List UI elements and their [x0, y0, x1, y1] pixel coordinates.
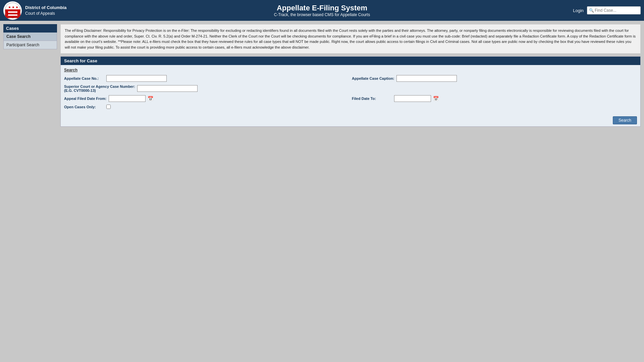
sidebar-item-participant-search[interactable]: Participant Search [3, 41, 57, 49]
form-col-filed-date-to: Filed Date To: 📅 [352, 95, 637, 102]
district-label: District of Columbia [25, 5, 67, 11]
form-row-2: Superior Court or Agency Case Number: (E… [64, 84, 637, 93]
app-subtitle: C-Track, the browser based CMS for Appel… [274, 12, 370, 17]
disclaimer-text: The eFiling Disclaimer: Responsibility f… [65, 28, 636, 49]
logo: ★ ★ ★ [3, 1, 22, 20]
login-link[interactable]: Login [573, 8, 584, 13]
appeal-filed-from-input[interactable] [109, 95, 146, 102]
header-title: Appellate E-Filing System C-Track, the b… [274, 4, 370, 17]
search-section-label: Search [64, 68, 637, 72]
appellate-case-caption-input[interactable] [396, 75, 457, 82]
appellate-case-no-input[interactable] [106, 75, 167, 82]
superior-court-label-group: Superior Court or Agency Case Number: (E… [64, 84, 135, 93]
form-col-appellate-no: Appellate Case No.: [64, 75, 349, 82]
search-case-box: Search for Case Search Appellate Case No… [60, 56, 641, 127]
app-title: Appellate E-Filing System [274, 4, 370, 12]
open-cases-label: Open Cases Only: [64, 105, 104, 109]
main-content: Cases Case Search Participant Search The… [0, 21, 644, 130]
open-cases-checkbox[interactable] [106, 105, 111, 109]
form-col-superior-court: Superior Court or Agency Case Number: (E… [64, 84, 349, 93]
disclaimer-box: The eFiling Disclaimer: Responsibility f… [60, 24, 641, 54]
svg-rect-7 [8, 11, 17, 13]
appeal-filed-from-calendar-icon[interactable]: 📅 [148, 96, 153, 101]
filed-date-to-calendar-icon[interactable]: 📅 [433, 96, 439, 101]
superior-court-label: Superior Court or Agency Case Number: [64, 84, 135, 88]
header-right: Login 🔍 [573, 6, 641, 14]
form-col-appellate-caption: Appellate Case Caption: [352, 75, 637, 82]
filed-date-to-input[interactable] [394, 95, 431, 102]
appellate-case-no-label: Appellate Case No.: [64, 76, 104, 80]
sidebar-item-case-search[interactable]: Case Search [3, 33, 57, 41]
svg-rect-2 [5, 9, 20, 18]
search-button-row: Search [61, 114, 640, 126]
find-case-wrapper: 🔍 [587, 6, 641, 14]
sidebar: Cases Case Search Participant Search [3, 24, 57, 127]
form-col-appeal-filed-from: Appeal Filed Date From: 📅 [64, 95, 349, 102]
search-section: Search Appellate Case No.: Appellate Cas… [61, 65, 640, 114]
content-area: The eFiling Disclaimer: Responsibility f… [60, 24, 641, 127]
svg-text:★: ★ [15, 5, 18, 9]
svg-rect-8 [8, 14, 17, 16]
appellate-case-caption-label: Appellate Case Caption: [352, 76, 394, 80]
form-row-3: Appeal Filed Date From: 📅 Filed Date To:… [64, 95, 637, 102]
form-row-1: Appellate Case No.: Appellate Case Capti… [64, 75, 637, 82]
filed-date-to-label: Filed Date To: [352, 97, 392, 101]
search-button[interactable]: Search [613, 116, 637, 124]
sidebar-section-title: Cases [3, 24, 57, 33]
header-org: District of Columbia Court of Appeals [25, 5, 67, 16]
appeal-filed-from-label: Appeal Filed Date From: [64, 97, 107, 101]
svg-text:★: ★ [8, 5, 11, 9]
find-case-search-icon: 🔍 [589, 8, 594, 13]
superior-court-input[interactable] [137, 85, 198, 92]
search-case-title: Search for Case [61, 57, 640, 65]
find-case-input[interactable] [587, 6, 641, 14]
header: ★ ★ ★ District of Columbia Court of Appe… [0, 0, 644, 21]
superior-court-sublabel: (E.G. CVT0000-13) [64, 88, 135, 93]
svg-text:★: ★ [12, 5, 15, 9]
court-label: Court of Appeals [25, 11, 67, 16]
dc-seal-icon: ★ ★ ★ [5, 2, 21, 18]
open-cases-row: Open Cases Only: [64, 105, 637, 109]
